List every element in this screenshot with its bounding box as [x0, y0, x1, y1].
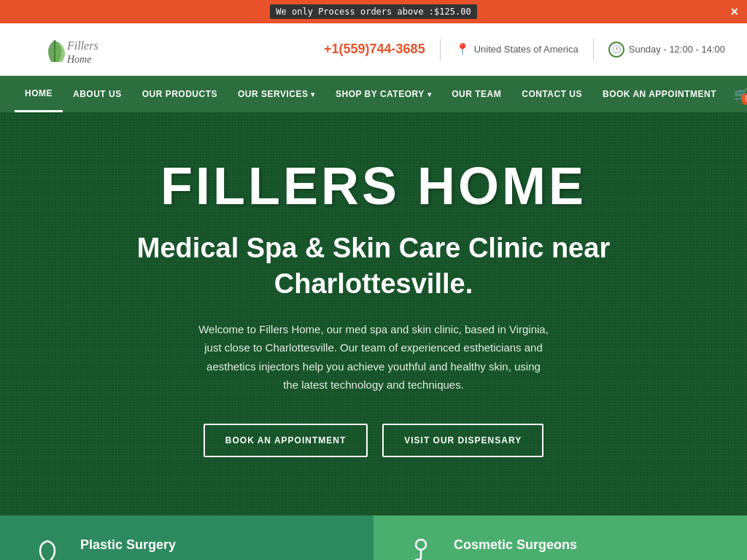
hero-buttons: BOOK AN APPOINTMENT VISIT OUR DISPENSARY	[204, 424, 543, 457]
features-section: Plastic Surgery We are experienced speci…	[0, 516, 747, 560]
cosmetic-surgeons-title: Cosmetic Surgeons	[454, 537, 718, 553]
plastic-surgery-title: Plastic Surgery	[80, 537, 344, 553]
chevron-down-icon2: ▾	[427, 90, 432, 98]
divider	[440, 39, 441, 61]
cart-button[interactable]: 🛒 0	[727, 88, 747, 101]
phone-link[interactable]: +1(559)744-3685	[324, 42, 425, 57]
logo-image: Fillers Home	[22, 29, 124, 69]
nav-our-products[interactable]: OUR PRODUCTS	[132, 76, 228, 112]
nav-book-appointment[interactable]: BOOK AN APPOINTMENT	[592, 76, 727, 112]
hero-title: FILLERS HOME	[160, 156, 587, 216]
location-info: 📍 United States of America	[455, 42, 578, 56]
ribbon-icon	[29, 537, 66, 560]
visit-dispensary-button[interactable]: VISIT OUR DISPENSARY	[382, 424, 543, 457]
top-notification-bar: We only Process orders above :$125.00 ×	[0, 0, 747, 23]
divider2	[593, 39, 594, 61]
book-appointment-button[interactable]: BOOK AN APPOINTMENT	[204, 424, 368, 457]
svg-point-3	[416, 540, 426, 550]
plastic-surgery-content: Plastic Surgery We are experienced speci…	[80, 537, 344, 560]
svg-text:Fillers: Fillers	[66, 39, 98, 52]
close-notification-button[interactable]: ×	[730, 4, 738, 20]
notification-text: We only Process orders above :$125.00	[270, 4, 476, 19]
chevron-down-icon: ▾	[311, 90, 315, 98]
nav-our-team[interactable]: OUR TEAM	[441, 76, 511, 112]
nav-home[interactable]: HOME	[15, 76, 63, 112]
hero-section: FILLERS HOME Medical Spa & Skin Care Cli…	[0, 112, 747, 516]
nav-our-services[interactable]: OUR SERVICES ▾	[228, 76, 325, 112]
svg-text:Home: Home	[66, 54, 91, 65]
feature-cosmetic-surgeons: Cosmetic Surgeons Whether you're looking…	[374, 516, 747, 560]
nav-contact-us[interactable]: CONTACT US	[511, 76, 592, 112]
nav-about-us[interactable]: ABOUT US	[63, 76, 132, 112]
clock-icon: 🕐	[608, 42, 624, 58]
main-navigation: HOME ABOUT US OUR PRODUCTS OUR SERVICES …	[0, 76, 747, 112]
hours-text: Sunday - 12:00 - 14:00	[629, 44, 725, 55]
location-icon: 📍	[455, 42, 470, 56]
logo[interactable]: Fillers Home	[22, 29, 124, 69]
hero-description: Welcome to Fillers Home, our med spa and…	[198, 320, 549, 394]
nav-shop-by-category[interactable]: SHOP BY CATEORY ▾	[325, 76, 441, 112]
cosmetic-surgeons-content: Cosmetic Surgeons Whether you're looking…	[454, 537, 718, 560]
hours-info: 🕐 Sunday - 12:00 - 14:00	[608, 42, 725, 58]
site-header: Fillers Home +1(559)744-3685 📍 United St…	[0, 23, 747, 76]
cart-badge: 0	[741, 93, 747, 105]
location-text: United States of America	[474, 44, 578, 55]
feature-plastic-surgery: Plastic Surgery We are experienced speci…	[0, 516, 374, 560]
header-contact-info: +1(559)744-3685 📍 United States of Ameri…	[324, 39, 725, 61]
hero-subtitle: Medical Spa & Skin Care Clinic near Char…	[100, 230, 647, 303]
stethoscope-icon	[403, 537, 439, 560]
